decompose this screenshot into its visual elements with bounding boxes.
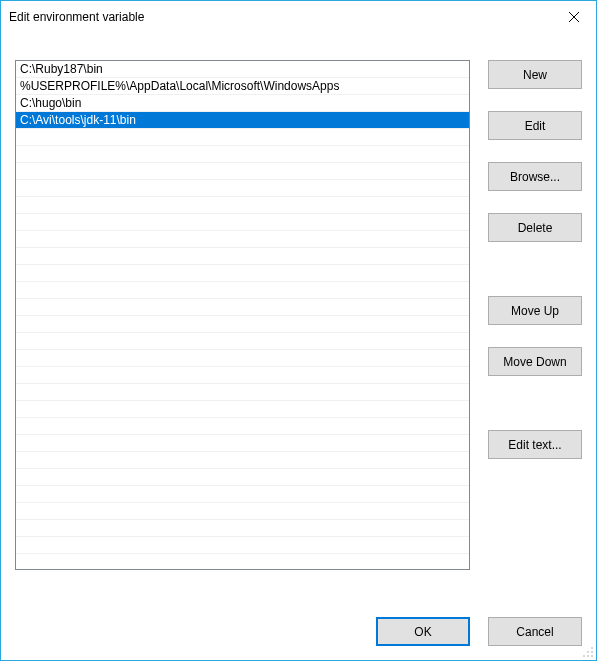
list-item[interactable] <box>16 129 469 146</box>
list-item[interactable] <box>16 197 469 214</box>
dialog-content: C:\Ruby187\bin%USERPROFILE%\AppData\Loca… <box>1 32 596 660</box>
list-item[interactable] <box>16 537 469 554</box>
dialog-buttons: OK Cancel <box>15 595 582 646</box>
list-item[interactable]: C:\Avi\tools\jdk-11\bin <box>16 112 469 129</box>
list-item[interactable] <box>16 350 469 367</box>
close-icon <box>569 12 579 22</box>
list-item[interactable] <box>16 418 469 435</box>
list-item[interactable] <box>16 316 469 333</box>
browse-button[interactable]: Browse... <box>488 162 582 191</box>
list-item[interactable] <box>16 486 469 503</box>
move-up-button[interactable]: Move Up <box>488 296 582 325</box>
list-item[interactable]: %USERPROFILE%\AppData\Local\Microsoft\Wi… <box>16 78 469 95</box>
list-item[interactable]: C:\Ruby187\bin <box>16 61 469 78</box>
list-item[interactable] <box>16 554 469 570</box>
list-item[interactable] <box>16 231 469 248</box>
dialog-window: Edit environment variable C:\Ruby187\bin… <box>0 0 597 661</box>
list-item[interactable] <box>16 146 469 163</box>
list-item[interactable] <box>16 520 469 537</box>
list-item[interactable] <box>16 401 469 418</box>
list-item[interactable] <box>16 452 469 469</box>
list-item[interactable] <box>16 163 469 180</box>
close-button[interactable] <box>551 2 596 31</box>
move-down-button[interactable]: Move Down <box>488 347 582 376</box>
list-item[interactable] <box>16 214 469 231</box>
button-column: New Edit Browse... Delete Move Up Move D… <box>488 46 582 595</box>
list-item[interactable] <box>16 367 469 384</box>
list-item[interactable] <box>16 265 469 282</box>
svg-point-5 <box>583 655 585 657</box>
list-item[interactable] <box>16 384 469 401</box>
svg-point-2 <box>591 647 593 649</box>
svg-point-3 <box>587 651 589 653</box>
svg-point-4 <box>591 651 593 653</box>
list-item[interactable] <box>16 503 469 520</box>
edit-button[interactable]: Edit <box>488 111 582 140</box>
list-item[interactable] <box>16 469 469 486</box>
edit-text-button[interactable]: Edit text... <box>488 430 582 459</box>
list-item[interactable] <box>16 435 469 452</box>
path-listbox[interactable]: C:\Ruby187\bin%USERPROFILE%\AppData\Loca… <box>15 60 470 570</box>
svg-point-6 <box>587 655 589 657</box>
list-item[interactable] <box>16 333 469 350</box>
list-item[interactable] <box>16 282 469 299</box>
ok-button[interactable]: OK <box>376 617 470 646</box>
list-item[interactable] <box>16 180 469 197</box>
resize-grip-icon[interactable] <box>580 644 594 658</box>
svg-point-7 <box>591 655 593 657</box>
window-title: Edit environment variable <box>9 10 144 24</box>
main-area: C:\Ruby187\bin%USERPROFILE%\AppData\Loca… <box>15 46 582 595</box>
delete-button[interactable]: Delete <box>488 213 582 242</box>
new-button[interactable]: New <box>488 60 582 89</box>
list-item[interactable]: C:\hugo\bin <box>16 95 469 112</box>
list-item[interactable] <box>16 299 469 316</box>
list-item[interactable] <box>16 248 469 265</box>
cancel-button[interactable]: Cancel <box>488 617 582 646</box>
titlebar: Edit environment variable <box>1 1 596 32</box>
